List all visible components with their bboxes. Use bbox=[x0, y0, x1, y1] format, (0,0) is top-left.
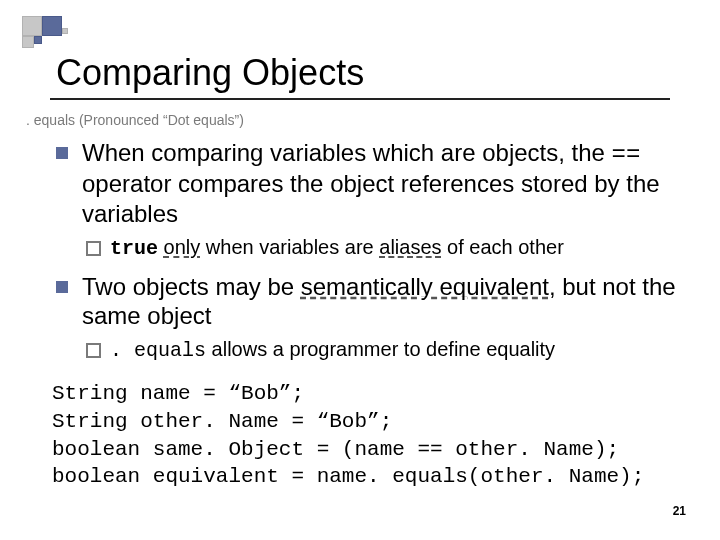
corner-decoration-icon bbox=[22, 16, 82, 58]
bullet-2: Two objects may be semantically equivale… bbox=[56, 272, 680, 331]
mid2: when variables are bbox=[200, 236, 379, 258]
tail1: of each other bbox=[442, 236, 564, 258]
aliases-text: aliases bbox=[379, 236, 441, 258]
true-keyword: true bbox=[110, 237, 158, 260]
tail2: allows a programmer to define equality bbox=[206, 338, 555, 360]
bullet-2-sub: . equals allows a programmer to define e… bbox=[56, 336, 680, 364]
bullet-2-pre: Two objects may be bbox=[82, 273, 301, 300]
bullet-1-sub: true only when variables are aliases of … bbox=[56, 234, 680, 262]
slide-body: Comparing Objects . equals (Pronounced “… bbox=[0, 0, 720, 491]
bullet-1: When comparing variables which are objec… bbox=[56, 138, 680, 228]
page-number: 21 bbox=[673, 504, 686, 518]
code-example: String name = “Bob”; String other. Name … bbox=[52, 380, 680, 491]
only-text: only bbox=[164, 236, 201, 258]
dot-equals-text: . equals bbox=[110, 339, 206, 362]
bullet-1-post: operator compares the object references … bbox=[82, 170, 660, 226]
semantic-equivalent-text: semantically equivalent bbox=[301, 273, 549, 300]
bullet-1-pre: When comparing variables which are objec… bbox=[82, 139, 612, 166]
subtitle-text: . equals (Pronounced “Dot equals”) bbox=[26, 112, 680, 128]
slide-title: Comparing Objects bbox=[56, 52, 680, 94]
title-separator bbox=[50, 98, 670, 100]
eq-operator: == bbox=[612, 141, 641, 168]
